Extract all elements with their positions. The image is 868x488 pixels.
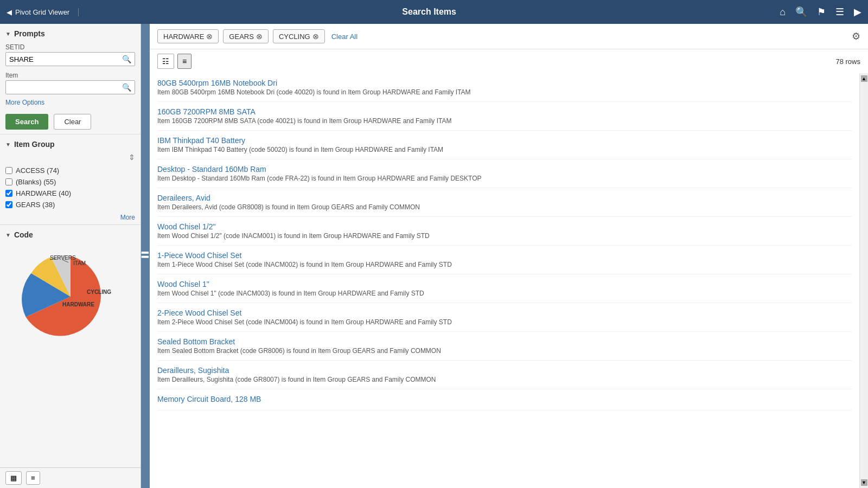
code-section-header[interactable]: ▼ Code: [0, 225, 141, 242]
row-count: 78 rows: [835, 57, 860, 66]
filter-checkbox-blanks[interactable]: [5, 178, 12, 185]
grid-view-button[interactable]: ☷: [157, 54, 174, 69]
filter-sort-row: ⇕: [0, 152, 141, 163]
filter-checkbox-access[interactable]: [5, 167, 12, 174]
nav-icons: ⌂ 🔍 ⚑ ☰ ▶: [780, 6, 861, 18]
pie-chart: HARDWARE CYCLING ITAM SERVERS: [16, 248, 125, 345]
filter-item-hardware: HARDWARE (40): [5, 188, 135, 199]
chip-gears-close[interactable]: ⊗: [256, 32, 263, 41]
setid-input[interactable]: [6, 53, 119, 66]
result-title-11[interactable]: Memory Circuit Board, 128 MB: [157, 395, 261, 403]
result-desc-3: Item Desktop - Standard 160Mb Ram (code …: [157, 175, 852, 182]
result-title-7[interactable]: Wood Chisel 1": [157, 280, 209, 288]
filter-checkbox-gears[interactable]: [5, 201, 12, 208]
top-nav: ◀ Pivot Grid Viewer Search Items ⌂ 🔍 ⚑ ☰…: [0, 0, 868, 24]
sort-icon[interactable]: ⇕: [129, 153, 135, 162]
main-layout: ▼ Prompts SETID 🔍 Item 🔍 More Options: [0, 24, 868, 488]
result-title-5[interactable]: Wood Chisel 1/2": [157, 222, 215, 231]
search-nav-icon[interactable]: 🔍: [795, 6, 807, 18]
filter-label-access: ACCESS (74): [16, 166, 59, 175]
action-buttons: Search Clear: [0, 110, 141, 134]
user-icon[interactable]: ▶: [854, 6, 861, 18]
collapse-handle[interactable]: ▌▌: [141, 24, 150, 488]
scroll-down-button[interactable]: ▼: [861, 479, 867, 486]
clear-button[interactable]: Clear: [54, 114, 91, 130]
result-desc-6: Item 1-Piece Wood Chisel Set (code INACM…: [157, 261, 852, 268]
clear-all-button[interactable]: Clear All: [331, 33, 358, 41]
result-item-10: Derailleurs, Sugishita Item Derailleurs,…: [157, 361, 852, 389]
result-desc-2: Item IBM Thinkpad T40 Battery (code 5002…: [157, 146, 852, 153]
list-view-sidebar-button[interactable]: ≡: [26, 471, 40, 485]
prompts-arrow-icon: ▼: [5, 31, 11, 37]
result-title-3[interactable]: Desktop - Standard 160Mb Ram: [157, 165, 266, 174]
search-button[interactable]: Search: [5, 114, 48, 130]
result-item-8: 2-Piece Wood Chisel Set Item 2-Piece Woo…: [157, 303, 852, 332]
result-desc-7: Item Wood Chisel 1" (code INACM003) is f…: [157, 290, 852, 297]
setid-input-row: 🔍: [5, 52, 135, 66]
chip-hardware-close[interactable]: ⊗: [206, 32, 213, 41]
result-title-9[interactable]: Sealed Bottom Bracket: [157, 337, 235, 346]
filter-item-gears: GEARS (38): [5, 199, 135, 210]
item-group: Item 🔍: [0, 69, 141, 98]
chart-view-button[interactable]: ▩: [5, 471, 22, 485]
prompts-section-header[interactable]: ▼ Prompts: [0, 24, 141, 41]
prompts-label: Prompts: [14, 29, 45, 38]
filter-item-access: ACCESS (74): [5, 165, 135, 176]
back-arrow-icon: ◀: [7, 8, 12, 16]
result-item-1: 160GB 7200RPM 8MB SATA Item 160GB 7200RP…: [157, 102, 852, 131]
result-title-6[interactable]: 1-Piece Wood Chisel Set: [157, 251, 241, 260]
menu-icon[interactable]: ☰: [835, 6, 844, 18]
result-desc-5: Item Wood Chisel 1/2" (code INACM001) is…: [157, 232, 852, 240]
pie-label-itam: ITAM: [73, 260, 86, 266]
code-label: Code: [14, 230, 33, 239]
chip-cycling-close[interactable]: ⊗: [312, 32, 319, 41]
filter-label-blanks: (Blanks) (55): [16, 178, 56, 186]
chip-cycling: CYCLING ⊗: [273, 29, 325, 43]
result-desc-0: Item 80GB 5400rpm 16MB Notebook Dri (cod…: [157, 88, 852, 96]
home-icon[interactable]: ⌂: [780, 7, 786, 18]
back-button[interactable]: ◀ Pivot Grid Viewer: [7, 8, 79, 16]
result-item-9: Sealed Bottom Bracket Item Sealed Bottom…: [157, 332, 852, 361]
filter-chips-row: HARDWARE ⊗ GEARS ⊗ CYCLING ⊗ Clear All ⚙: [150, 24, 868, 49]
result-desc-8: Item 2-Piece Wood Chisel Set (code INACM…: [157, 318, 852, 326]
item-search-icon[interactable]: 🔍: [119, 81, 135, 94]
result-title-8[interactable]: 2-Piece Wood Chisel Set: [157, 309, 241, 317]
result-title-4[interactable]: Deraileers, Avid: [157, 194, 210, 202]
item-group-arrow-icon: ▼: [5, 142, 11, 147]
sidebar-scroll: ▼ Prompts SETID 🔍 Item 🔍 More Options: [0, 24, 141, 467]
flag-icon[interactable]: ⚑: [817, 6, 826, 18]
result-item-5: Wood Chisel 1/2" Item Wood Chisel 1/2" (…: [157, 217, 852, 246]
result-title-2[interactable]: IBM Thinkpad T40 Battery: [157, 136, 245, 145]
more-filter-link[interactable]: More: [0, 213, 141, 224]
setid-label: SETID: [5, 43, 135, 51]
page-title: Search Items: [79, 7, 780, 17]
chip-hardware-label: HARDWARE: [163, 33, 204, 41]
result-item-7: Wood Chisel 1" Item Wood Chisel 1" (code…: [157, 274, 852, 303]
result-title-0[interactable]: 80GB 5400rpm 16MB Notebook Dri: [157, 79, 277, 87]
pie-label-hardware: HARDWARE: [62, 301, 94, 307]
chip-gears: GEARS ⊗: [223, 29, 269, 43]
result-title-10[interactable]: Derailleurs, Sugishita: [157, 366, 229, 375]
filter-list: ACCESS (74) (Blanks) (55) HARDWARE (40) …: [0, 163, 141, 213]
item-group-section: ▼ Item Group ⇕ ACCESS (74) (Blanks) (55): [0, 134, 141, 224]
back-label: Pivot Grid Viewer: [15, 8, 69, 16]
filter-checkbox-hardware[interactable]: [5, 190, 12, 197]
result-title-1[interactable]: 160GB 7200RPM 8MB SATA: [157, 107, 256, 116]
scrollbar-area: ▲ ▼: [859, 73, 868, 488]
sidebar: ▼ Prompts SETID 🔍 Item 🔍 More Options: [0, 24, 141, 488]
filter-item-blanks: (Blanks) (55): [5, 176, 135, 188]
setid-search-icon[interactable]: 🔍: [119, 53, 135, 66]
content-area: HARDWARE ⊗ GEARS ⊗ CYCLING ⊗ Clear All ⚙…: [150, 24, 868, 488]
result-item-0: 80GB 5400rpm 16MB Notebook Dri Item 80GB…: [157, 73, 852, 102]
item-group-header[interactable]: ▼ Item Group: [0, 134, 141, 152]
code-arrow-icon: ▼: [5, 232, 11, 238]
scroll-up-button[interactable]: ▲: [861, 75, 867, 82]
collapse-icon: ▌▌: [142, 252, 149, 260]
chip-gears-label: GEARS: [229, 33, 254, 41]
item-input[interactable]: [6, 81, 119, 94]
settings-icon[interactable]: ⚙: [852, 30, 860, 42]
pie-chart-container: HARDWARE CYCLING ITAM SERVERS: [0, 242, 141, 351]
list-view-button[interactable]: ≡: [177, 54, 192, 69]
more-options-link[interactable]: More Options: [0, 98, 141, 110]
result-desc-4: Item Deraileers, Avid (code GR8008) is f…: [157, 203, 852, 211]
